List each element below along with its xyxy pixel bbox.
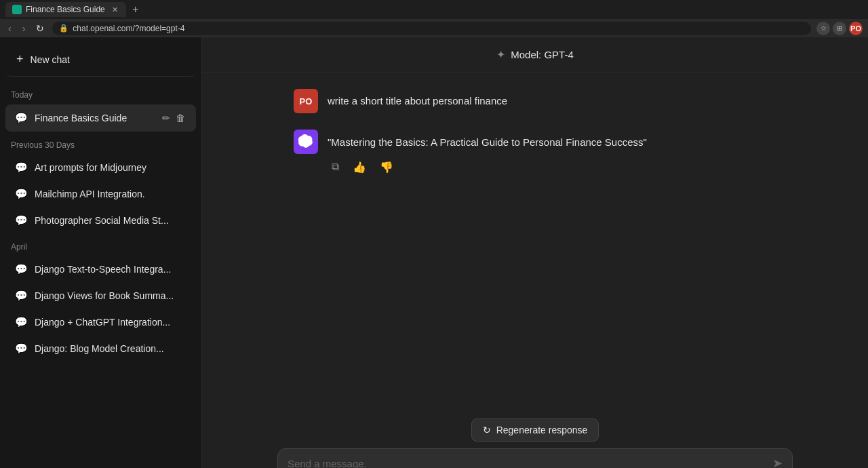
chat-item-django-blog[interactable]: 💬 Django: Blog Model Creation... xyxy=(5,336,196,362)
chat-item-django-tts[interactable]: 💬 Django Text-to-Speech Integra... xyxy=(5,256,196,282)
section-april: April xyxy=(0,234,201,256)
delete-chat-button[interactable]: 🗑 xyxy=(174,111,186,125)
chat-item-photographer[interactable]: 💬 Photographer Social Media St... xyxy=(5,208,196,233)
chat-bubble-icon: 💬 xyxy=(15,188,28,200)
new-chat-button[interactable]: + New chat xyxy=(5,43,196,77)
ai-message: "Mastering the Basics: A Practical Guide… xyxy=(277,130,793,176)
chat-item-finance-basics[interactable]: 💬 Finance Basics Guide ✏ 🗑 xyxy=(5,104,196,132)
lock-icon: 🔒 xyxy=(59,24,68,33)
nav-actions: ☆ ⊞ PO xyxy=(816,22,863,35)
regenerate-label: Regenerate response xyxy=(496,425,588,435)
ai-avatar xyxy=(294,130,318,154)
user-message-row: PO write a short title about personal fi… xyxy=(294,89,776,113)
profile-icon[interactable]: PO xyxy=(849,22,863,35)
chat-bubble-icon: 💬 xyxy=(15,214,28,227)
chat-bubble-icon: 💬 xyxy=(15,290,28,302)
user-message: PO write a short title about personal fi… xyxy=(277,89,793,113)
chat-title: Django + ChatGPT Integration... xyxy=(35,317,186,328)
chat-bubble-icon: 💬 xyxy=(15,316,28,328)
chat-title: Django: Blog Model Creation... xyxy=(35,343,186,354)
ai-message-row: "Mastering the Basics: A Practical Guide… xyxy=(294,130,776,176)
tab-close-button[interactable]: ✕ xyxy=(112,5,118,14)
active-tab[interactable]: Finance Basics Guide ✕ xyxy=(5,2,126,17)
chat-item-actions: ✏ 🗑 xyxy=(161,111,186,125)
new-tab-button[interactable]: + xyxy=(127,2,144,17)
chat-item-mailchimp[interactable]: 💬 Mailchimp API Integration. xyxy=(5,181,196,207)
address-bar[interactable]: 🔒 chat.openai.com/?model=gpt-4 xyxy=(52,22,811,35)
model-sparkle-icon: ✦ xyxy=(496,48,505,61)
back-button[interactable]: ‹ xyxy=(5,22,14,35)
chat-title: Mailchimp API Integration. xyxy=(35,189,186,199)
chat-item-art-prompts[interactable]: 💬 Art prompts for Midjourney xyxy=(5,155,196,180)
tab-title: Finance Basics Guide xyxy=(26,5,105,14)
address-text: chat.openai.com/?model=gpt-4 xyxy=(73,24,184,33)
chat-bubble-icon: 💬 xyxy=(15,343,28,355)
bookmark-icon[interactable]: ☆ xyxy=(816,22,830,35)
chat-header: ✦ Model: GPT-4 xyxy=(202,37,868,73)
messages-area: PO write a short title about personal fi… xyxy=(202,73,868,410)
chat-item-django-views[interactable]: 💬 Django Views for Book Summa... xyxy=(5,283,196,309)
tab-favicon xyxy=(12,5,22,14)
copy-message-button[interactable]: ⧉ xyxy=(328,158,343,176)
chat-title: Django Views for Book Summa... xyxy=(35,290,186,301)
edit-chat-button[interactable]: ✏ xyxy=(161,111,172,125)
chat-bubble-icon: 💬 xyxy=(15,112,28,124)
chat-bubble-icon: 💬 xyxy=(15,263,28,275)
plus-icon: + xyxy=(16,52,24,66)
section-prev30: Previous 30 Days xyxy=(0,132,201,154)
thumbs-down-button[interactable]: 👎 xyxy=(376,158,397,176)
browser-nav-bar: ‹ › ↻ 🔒 chat.openai.com/?model=gpt-4 ☆ ⊞… xyxy=(0,19,868,37)
sidebar: + New chat Today 💬 Finance Basics Guide … xyxy=(0,37,202,468)
extensions-icon[interactable]: ⊞ xyxy=(833,22,846,35)
chat-title: Django Text-to-Speech Integra... xyxy=(35,264,186,275)
chat-bubble-icon: 💬 xyxy=(15,161,28,174)
regenerate-icon: ↻ xyxy=(483,425,491,435)
user-message-content: write a short title about personal finan… xyxy=(328,89,507,109)
chat-bottom: ↻ Regenerate response ➤ ChatGPT may prod… xyxy=(202,410,868,468)
ai-message-actions: ⧉ 👍 👎 xyxy=(328,158,776,176)
chat-item-django-chatgpt[interactable]: 💬 Django + ChatGPT Integration... xyxy=(5,309,196,335)
ai-message-text: "Mastering the Basics: A Practical Guide… xyxy=(328,130,776,151)
input-container: ➤ xyxy=(277,448,793,468)
user-avatar-sm: PO xyxy=(294,89,318,113)
browser-chrome: Finance Basics Guide ✕ + ‹ › ↻ 🔒 chat.op… xyxy=(0,0,868,37)
regenerate-button[interactable]: ↻ Regenerate response xyxy=(471,418,599,442)
new-chat-label: New chat xyxy=(31,54,70,65)
refresh-button[interactable]: ↻ xyxy=(33,22,47,35)
sidebar-scroll: Today 💬 Finance Basics Guide ✏ 🗑 Previou… xyxy=(0,77,201,468)
chat-title: Finance Basics Guide xyxy=(35,113,154,123)
ai-message-body: "Mastering the Basics: A Practical Guide… xyxy=(328,130,776,176)
forward-button[interactable]: › xyxy=(20,22,28,35)
chat-title: Photographer Social Media St... xyxy=(35,215,186,226)
send-button[interactable]: ➤ xyxy=(772,456,783,468)
section-today: Today xyxy=(0,82,201,104)
chat-title: Art prompts for Midjourney xyxy=(35,162,186,173)
chat-main: ✦ Model: GPT-4 PO write a short title ab… xyxy=(202,37,868,468)
browser-tabs: Finance Basics Guide ✕ + xyxy=(0,0,868,19)
thumbs-up-button[interactable]: 👍 xyxy=(349,158,370,176)
app-container: + New chat Today 💬 Finance Basics Guide … xyxy=(0,37,868,468)
message-input[interactable] xyxy=(288,458,766,469)
model-label: Model: GPT-4 xyxy=(511,49,574,60)
